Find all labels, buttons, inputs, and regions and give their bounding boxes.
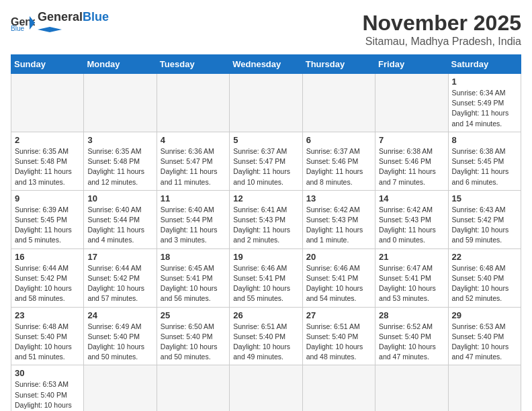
- day-info: Sunrise: 6:40 AMSunset: 5:44 PMDaylight:…: [161, 205, 226, 246]
- day-number: 15: [452, 193, 517, 203]
- day-number: 29: [452, 310, 517, 320]
- table-row: 7Sunrise: 6:38 AMSunset: 5:46 PMDaylight…: [375, 132, 448, 190]
- day-info: Sunrise: 6:43 AMSunset: 5:42 PMDaylight:…: [452, 205, 517, 246]
- day-info: Sunrise: 6:38 AMSunset: 5:46 PMDaylight:…: [379, 146, 444, 187]
- table-row: 12Sunrise: 6:41 AMSunset: 5:43 PMDayligh…: [230, 190, 302, 248]
- header-tuesday: Tuesday: [157, 55, 229, 74]
- calendar-row: 2Sunrise: 6:35 AMSunset: 5:48 PMDaylight…: [11, 132, 521, 190]
- calendar-row: 16Sunrise: 6:44 AMSunset: 5:42 PMDayligh…: [11, 248, 521, 307]
- day-number: 23: [15, 310, 80, 320]
- day-number: 21: [379, 252, 444, 262]
- header-sunday: Sunday: [11, 55, 84, 74]
- table-row: 17Sunrise: 6:44 AMSunset: 5:42 PMDayligh…: [84, 248, 157, 307]
- table-row: 13Sunrise: 6:42 AMSunset: 5:43 PMDayligh…: [302, 190, 375, 248]
- day-info: Sunrise: 6:47 AMSunset: 5:41 PMDaylight:…: [379, 263, 444, 304]
- table-row: 10Sunrise: 6:40 AMSunset: 5:44 PMDayligh…: [84, 190, 157, 248]
- table-row: [230, 365, 302, 411]
- table-row: 6Sunrise: 6:37 AMSunset: 5:46 PMDaylight…: [302, 132, 375, 190]
- table-row: 11Sunrise: 6:40 AMSunset: 5:44 PMDayligh…: [157, 190, 229, 248]
- day-info: Sunrise: 6:40 AMSunset: 5:44 PMDaylight:…: [87, 205, 152, 246]
- table-row: [230, 74, 302, 132]
- table-row: 3Sunrise: 6:35 AMSunset: 5:48 PMDaylight…: [84, 132, 157, 190]
- day-info: Sunrise: 6:37 AMSunset: 5:46 PMDaylight:…: [306, 146, 371, 187]
- day-info: Sunrise: 6:37 AMSunset: 5:47 PMDaylight:…: [233, 146, 298, 187]
- day-number: 24: [87, 310, 152, 320]
- table-row: 2Sunrise: 6:35 AMSunset: 5:48 PMDaylight…: [11, 132, 84, 190]
- table-row: 4Sunrise: 6:36 AMSunset: 5:47 PMDaylight…: [157, 132, 229, 190]
- day-number: 22: [452, 252, 517, 262]
- table-row: [375, 74, 448, 132]
- table-row: [157, 74, 229, 132]
- table-row: 22Sunrise: 6:48 AMSunset: 5:40 PMDayligh…: [448, 248, 521, 307]
- table-row: [84, 74, 157, 132]
- day-info: Sunrise: 6:46 AMSunset: 5:41 PMDaylight:…: [306, 263, 371, 304]
- logo-wave: [38, 27, 62, 32]
- table-row: 16Sunrise: 6:44 AMSunset: 5:42 PMDayligh…: [11, 248, 84, 307]
- calendar-row: 9Sunrise: 6:39 AMSunset: 5:45 PMDaylight…: [11, 190, 521, 248]
- day-info: Sunrise: 6:46 AMSunset: 5:41 PMDaylight:…: [233, 263, 298, 304]
- day-number: 11: [161, 193, 226, 203]
- day-number: 27: [306, 310, 371, 320]
- day-number: 4: [161, 135, 226, 145]
- day-info: Sunrise: 6:34 AMSunset: 5:49 PMDaylight:…: [452, 88, 517, 129]
- day-number: 6: [306, 135, 371, 145]
- day-number: 18: [161, 252, 226, 262]
- table-row: 1Sunrise: 6:34 AMSunset: 5:49 PMDaylight…: [448, 74, 521, 132]
- day-info: Sunrise: 6:48 AMSunset: 5:40 PMDaylight:…: [452, 263, 517, 304]
- table-row: 21Sunrise: 6:47 AMSunset: 5:41 PMDayligh…: [375, 248, 448, 307]
- header-thursday: Thursday: [302, 55, 375, 74]
- day-number: 8: [452, 135, 517, 145]
- table-row: 23Sunrise: 6:48 AMSunset: 5:40 PMDayligh…: [11, 307, 84, 365]
- table-row: 18Sunrise: 6:45 AMSunset: 5:41 PMDayligh…: [157, 248, 229, 307]
- day-info: Sunrise: 6:41 AMSunset: 5:43 PMDaylight:…: [233, 205, 298, 246]
- day-number: 12: [233, 193, 298, 203]
- day-info: Sunrise: 6:53 AMSunset: 5:40 PMDaylight:…: [15, 379, 80, 411]
- calendar-row: 23Sunrise: 6:48 AMSunset: 5:40 PMDayligh…: [11, 307, 521, 365]
- table-row: 27Sunrise: 6:51 AMSunset: 5:40 PMDayligh…: [302, 307, 375, 365]
- day-number: 13: [306, 193, 371, 203]
- day-number: 16: [15, 252, 80, 262]
- table-row: 14Sunrise: 6:42 AMSunset: 5:43 PMDayligh…: [375, 190, 448, 248]
- table-row: [157, 365, 229, 411]
- header-monday: Monday: [84, 55, 157, 74]
- day-info: Sunrise: 6:49 AMSunset: 5:40 PMDaylight:…: [87, 322, 152, 363]
- day-info: Sunrise: 6:52 AMSunset: 5:40 PMDaylight:…: [379, 322, 444, 363]
- day-number: 14: [379, 193, 444, 203]
- day-info: Sunrise: 6:36 AMSunset: 5:47 PMDaylight:…: [161, 146, 226, 187]
- day-info: Sunrise: 6:42 AMSunset: 5:43 PMDaylight:…: [306, 205, 371, 246]
- day-number: 2: [15, 135, 80, 145]
- table-row: [302, 365, 375, 411]
- logo-general: General: [38, 10, 83, 24]
- day-info: Sunrise: 6:48 AMSunset: 5:40 PMDaylight:…: [15, 322, 80, 363]
- table-row: 20Sunrise: 6:46 AMSunset: 5:41 PMDayligh…: [302, 248, 375, 307]
- table-row: [375, 365, 448, 411]
- table-row: 19Sunrise: 6:46 AMSunset: 5:41 PMDayligh…: [230, 248, 302, 307]
- day-number: 19: [233, 252, 298, 262]
- day-info: Sunrise: 6:38 AMSunset: 5:45 PMDaylight:…: [452, 146, 517, 187]
- logo-blue: Blue: [83, 10, 109, 24]
- table-row: [11, 74, 84, 132]
- day-number: 20: [306, 252, 371, 262]
- day-number: 30: [15, 368, 80, 378]
- month-year-title: November 2025: [362, 11, 521, 36]
- svg-text:Blue: Blue: [11, 25, 24, 32]
- day-info: Sunrise: 6:42 AMSunset: 5:43 PMDaylight:…: [379, 205, 444, 246]
- table-row: [448, 365, 521, 411]
- day-number: 1: [452, 77, 517, 87]
- table-row: 25Sunrise: 6:50 AMSunset: 5:40 PMDayligh…: [157, 307, 229, 365]
- table-row: 30Sunrise: 6:53 AMSunset: 5:40 PMDayligh…: [11, 365, 84, 411]
- calendar-table: Sunday Monday Tuesday Wednesday Thursday…: [11, 54, 521, 411]
- day-number: 17: [87, 252, 152, 262]
- header-wednesday: Wednesday: [230, 55, 302, 74]
- day-number: 9: [15, 193, 80, 203]
- day-number: 10: [87, 193, 152, 203]
- table-row: 28Sunrise: 6:52 AMSunset: 5:40 PMDayligh…: [375, 307, 448, 365]
- header-saturday: Saturday: [448, 55, 521, 74]
- day-info: Sunrise: 6:50 AMSunset: 5:40 PMDaylight:…: [161, 322, 226, 363]
- day-info: Sunrise: 6:44 AMSunset: 5:42 PMDaylight:…: [87, 263, 152, 304]
- day-number: 26: [233, 310, 298, 320]
- table-row: [302, 74, 375, 132]
- table-row: 9Sunrise: 6:39 AMSunset: 5:45 PMDaylight…: [11, 190, 84, 248]
- logo: General Blue GeneralBlue: [11, 11, 109, 35]
- day-info: Sunrise: 6:53 AMSunset: 5:40 PMDaylight:…: [452, 322, 517, 363]
